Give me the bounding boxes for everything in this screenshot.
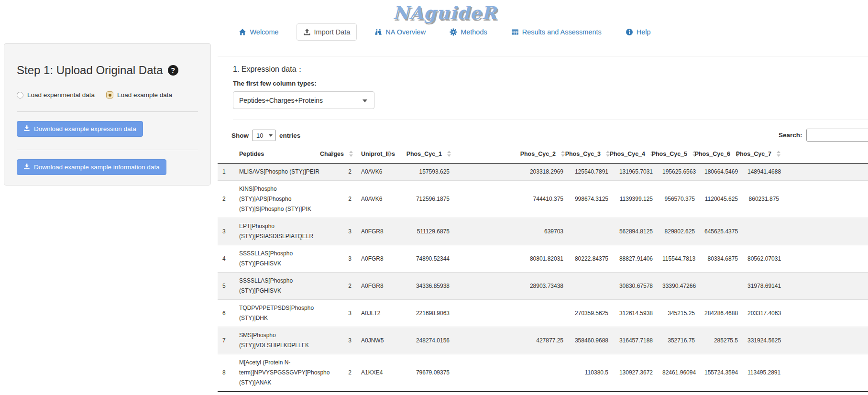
column-types-selected-value: Peptides+Charges+Proteins [239, 97, 323, 104]
panel-title: Step 1: Upload Original Data [17, 64, 163, 77]
value-cell: 157593.625 [395, 164, 454, 181]
search-label: Search: [779, 132, 802, 139]
value-cell: 74890.52344 [395, 245, 454, 273]
page: NAguideR Welcome Import Data NA Overview… [0, 0, 868, 395]
table-icon [511, 28, 519, 36]
row-index-cell: 1 [218, 164, 234, 181]
value-cell: 33390.47266 [658, 273, 700, 300]
table-header: PeptidesChargesUniprot_IDsPhos_Cyc_1Phos… [218, 145, 868, 164]
value-cell: 195625.6563 [658, 164, 700, 181]
divider [17, 150, 198, 150]
uniprot-id-cell: A1KXE4 [356, 354, 395, 392]
column-header-phos_cyc_7[interactable]: Phos_Cyc_7 [743, 145, 784, 164]
data-source-radios: Load experimental data Load example data [17, 91, 210, 99]
sort-arrows-icon [777, 151, 781, 157]
row-index-cell: 2 [218, 181, 234, 218]
value-cell: 31978.69141 [743, 273, 784, 300]
table-row: 8M[Acetyl (Protein N- term)]NPVYSPGSSGVP… [218, 354, 868, 392]
value-cell: 88827.91406 [613, 245, 658, 273]
column-header-uniprot_ids[interactable]: Uniprot_IDs [356, 145, 395, 164]
binoculars-icon [374, 28, 382, 36]
upload-icon [303, 28, 311, 36]
tab-na-overview[interactable]: NA Overview [368, 24, 432, 40]
table-search: Search: [779, 129, 868, 142]
radio-checked-icon [106, 91, 113, 99]
tab-methods[interactable]: Methods [443, 24, 494, 40]
divider [233, 120, 868, 120]
value-cell: 712596.1875 [395, 181, 454, 218]
tab-help[interactable]: Help [619, 24, 657, 40]
value-cell: 998674.3125 [568, 181, 613, 218]
download-expression-data-button[interactable]: Download example expression data [17, 121, 143, 137]
filler-cell [784, 181, 868, 218]
tab-label: Import Data [314, 28, 351, 36]
filler-cell [784, 218, 868, 245]
column-header-phos_cyc_1[interactable]: Phos_Cyc_1 [395, 145, 454, 164]
app-header: NAguideR [0, 0, 868, 23]
value-cell: 80222.84375 [568, 245, 613, 273]
value-cell: 511129.6875 [395, 218, 454, 245]
radio-load-example-data[interactable]: Load example data [106, 91, 172, 99]
table-row: 7SMS[Phospho (STY)]VDLSHIPLKDPLLFK3A0JNW… [218, 327, 868, 354]
peptide-cell: TQDPVPPETPSDS[Phospho (STY)]DHK [234, 300, 337, 327]
page-length-value: 10 [256, 132, 263, 139]
filler-cell [784, 327, 868, 354]
value-cell: 34336.85938 [395, 273, 454, 300]
question-circle-icon[interactable]: ? [168, 65, 178, 76]
tab-import-data[interactable]: Import Data [297, 23, 357, 41]
uniprot-id-cell: A0JLT2 [356, 300, 395, 327]
value-cell: 113495.2891 [743, 354, 784, 392]
sort-arrows-icon [349, 151, 353, 157]
column-header-phos_cyc_2[interactable]: Phos_Cyc_2 [454, 145, 568, 164]
section-title: 1. Expression data： [233, 65, 304, 75]
charges-cell: 3 [337, 218, 356, 245]
column-types-select[interactable]: Peptides+Charges+Proteins [233, 91, 374, 109]
row-index-cell: 4 [218, 245, 234, 273]
row-index-cell: 5 [218, 273, 234, 300]
filler-cell [784, 354, 868, 392]
tab-label: Results and Assessments [522, 28, 602, 36]
uniprot-id-cell: A0AVK6 [356, 164, 395, 181]
tab-results-and-assessments[interactable]: Results and Assessments [505, 24, 608, 40]
show-label: Show [231, 132, 249, 139]
column-header-charges[interactable]: Charges [337, 145, 356, 164]
column-header-phos_cyc_5[interactable]: Phos_Cyc_5 [658, 145, 700, 164]
column-header-filler [784, 145, 868, 164]
value-cell: 130927.3672 [613, 354, 658, 392]
charges-cell: 2 [337, 354, 356, 392]
radio-load-experimental-data[interactable]: Load experimental data [17, 91, 95, 99]
column-header-phos_cyc_4[interactable]: Phos_Cyc_4 [613, 145, 658, 164]
peptide-cell: M[Acetyl (Protein N- term)]NPVYSPGSSGVPY… [234, 354, 337, 392]
value-cell: 316457.7188 [613, 327, 658, 354]
value-cell: 248274.0156 [395, 327, 454, 354]
value-cell: 358460.9688 [568, 327, 613, 354]
table-row: 3EPT[Phospho (STY)]PSIASDISLPIATQELR3A0F… [218, 218, 868, 245]
radio-label: Load experimental data [27, 91, 95, 99]
page-length-select[interactable]: 10 [252, 130, 276, 141]
tab-welcome[interactable]: Welcome [232, 24, 285, 40]
peptide-cell: SMS[Phospho (STY)]VDLSHIPLKDPLLFK [234, 327, 337, 354]
value-cell: 1120045.625 [700, 181, 743, 218]
info-circle-icon [626, 28, 633, 36]
radio-unchecked-icon [17, 92, 23, 99]
column-types-label: The first few column types: [233, 80, 317, 87]
tab-label: Help [637, 28, 651, 36]
table-row: 6TQDPVPPETPSDS[Phospho (STY)]DHK3A0JLT22… [218, 300, 868, 327]
row-index-cell: 7 [218, 327, 234, 354]
column-header-phos_cyc_3[interactable]: Phos_Cyc_3 [568, 145, 613, 164]
sort-arrows-icon [561, 151, 565, 157]
app-logo: NAguideR [393, 2, 497, 23]
value-cell: 79679.09375 [395, 354, 454, 392]
uniprot-id-cell: A0JNW5 [356, 327, 395, 354]
charges-cell: 3 [337, 245, 356, 273]
value-cell: 312614.5938 [613, 300, 658, 327]
search-input[interactable] [806, 129, 868, 142]
column-header-index[interactable] [218, 145, 234, 164]
value-cell: 562894.8125 [613, 218, 658, 245]
expression-table: PeptidesChargesUniprot_IDsPhos_Cyc_1Phos… [218, 145, 868, 392]
value-cell: 331924.5625 [743, 327, 784, 354]
value-cell: 180664.5469 [700, 164, 743, 181]
value-cell: 80562.07031 [743, 245, 784, 273]
download-sample-information-button[interactable]: Download example sample information data [17, 159, 166, 175]
charges-cell: 3 [337, 300, 356, 327]
